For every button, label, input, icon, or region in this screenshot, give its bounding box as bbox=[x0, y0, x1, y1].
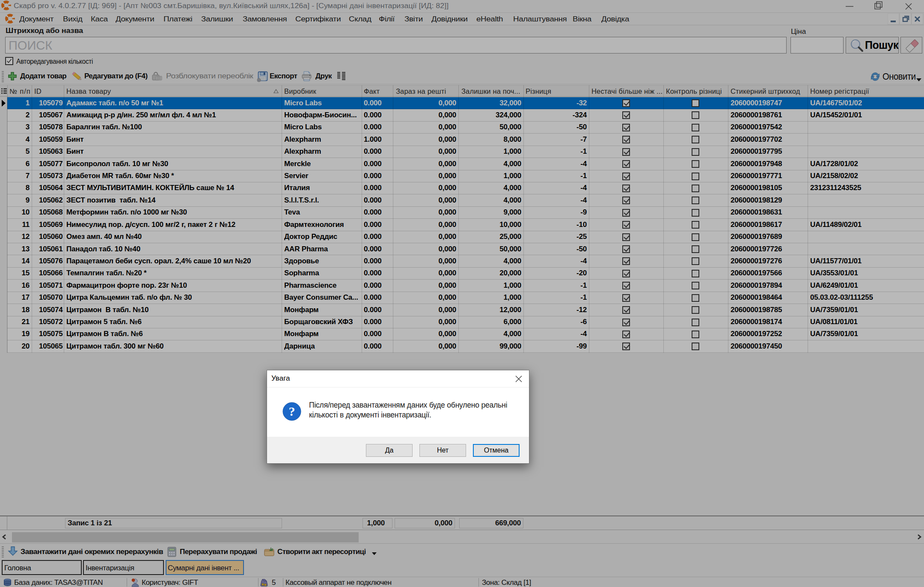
svg-text:?: ? bbox=[289, 404, 295, 418]
